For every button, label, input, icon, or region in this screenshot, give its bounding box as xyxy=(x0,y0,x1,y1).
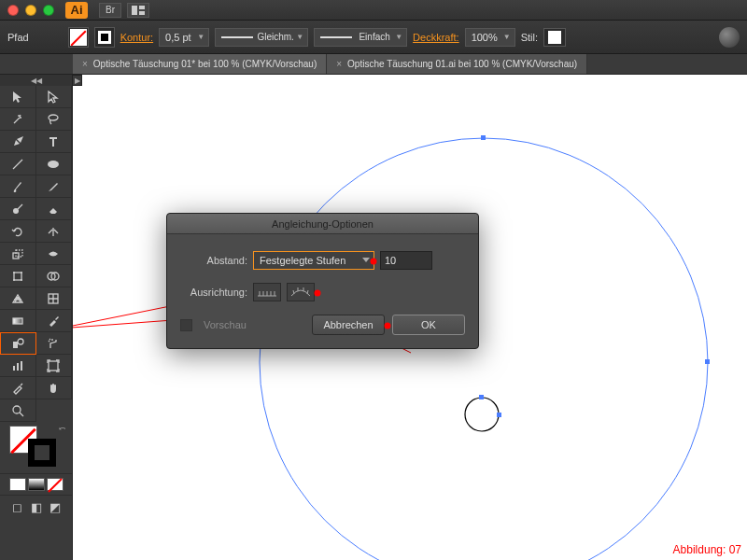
annotation-dot xyxy=(385,323,391,329)
arrange-documents-button[interactable] xyxy=(127,3,149,18)
annotation-dot xyxy=(371,259,377,265)
stroke-color-swatch[interactable] xyxy=(28,439,56,467)
align-to-page-button[interactable] xyxy=(253,283,281,301)
width-tool[interactable] xyxy=(36,243,73,265)
preview-checkbox[interactable] xyxy=(180,319,192,331)
fill-stroke-control[interactable]: ⤺ xyxy=(0,422,72,474)
symbol-sprayer-tool[interactable] xyxy=(36,332,73,355)
free-transform-tool[interactable] xyxy=(0,265,36,287)
blend-tool[interactable] xyxy=(0,332,36,355)
minimize-window-icon[interactable] xyxy=(25,5,36,16)
eraser-tool[interactable] xyxy=(36,198,73,220)
expand-panel-icon[interactable]: ▶ xyxy=(73,75,82,86)
svg-rect-16 xyxy=(13,318,22,324)
draw-behind-icon[interactable]: ◧ xyxy=(28,499,45,514)
tool-grid xyxy=(0,86,72,422)
swap-fill-stroke-icon[interactable]: ⤺ xyxy=(59,424,66,433)
preview-label: Vorschau xyxy=(204,319,247,330)
figure-caption: Abbildung: 07 xyxy=(673,543,741,556)
stroke-swatch[interactable] xyxy=(94,27,115,48)
fill-swatch[interactable] xyxy=(68,27,89,48)
blend-options-dialog: Angleichung-Optionen Abstand: Festgelegt… xyxy=(166,213,479,349)
scale-tool[interactable] xyxy=(0,243,36,265)
ok-button[interactable]: OK xyxy=(392,315,465,335)
shape-builder-tool[interactable] xyxy=(36,265,73,287)
document-tab-active[interactable]: ×Optische Täuschung 01* bei 100 % (CMYK/… xyxy=(73,54,327,74)
zoom-tool[interactable] xyxy=(0,399,36,422)
opacity-select[interactable]: 100% xyxy=(465,28,515,47)
paintbrush-tool[interactable] xyxy=(0,175,36,198)
svg-point-18 xyxy=(18,339,23,344)
mesh-tool[interactable] xyxy=(36,287,73,310)
perspective-grid-tool[interactable] xyxy=(0,287,36,310)
pen-tool[interactable] xyxy=(0,131,36,153)
document-tab[interactable]: ×Optische Täuschung 01.ai bei 100 % (CMY… xyxy=(327,54,587,74)
ok-label: OK xyxy=(421,319,436,330)
selection-tool[interactable] xyxy=(0,86,36,108)
style-label: Stil: xyxy=(521,32,538,43)
zoom-window-icon[interactable] xyxy=(43,5,54,16)
rotate-tool[interactable] xyxy=(0,220,36,243)
title-bar: Ai Br xyxy=(0,0,747,21)
orientation-label: Ausrichtung: xyxy=(180,287,247,298)
collapse-panel-icon[interactable]: ◀◀ xyxy=(0,75,72,86)
svg-point-9 xyxy=(13,272,15,273)
close-window-icon[interactable] xyxy=(7,5,19,16)
pencil-tool[interactable] xyxy=(36,175,73,198)
spacing-steps-input[interactable] xyxy=(380,251,432,270)
brush-definition-select[interactable]: Einfach xyxy=(314,28,407,47)
stroke-weight-select[interactable]: 0,5 pt xyxy=(159,28,209,47)
svg-rect-25 xyxy=(481,135,486,140)
lasso-tool[interactable] xyxy=(36,108,73,131)
app-logo: Ai xyxy=(65,2,88,19)
color-mode-solid[interactable] xyxy=(9,478,26,491)
column-graph-tool[interactable] xyxy=(0,355,36,377)
svg-point-27 xyxy=(465,398,499,431)
artboard-tool[interactable] xyxy=(36,355,73,377)
stroke-label[interactable]: Kontur: xyxy=(120,32,153,43)
direct-selection-tool[interactable] xyxy=(36,86,73,108)
svg-rect-0 xyxy=(132,6,137,15)
gradient-tool[interactable] xyxy=(0,310,36,332)
draw-normal-icon[interactable]: ◻ xyxy=(9,499,26,514)
svg-point-24 xyxy=(260,138,708,560)
blob-brush-tool[interactable] xyxy=(0,198,36,220)
document-tabs: ×Optische Täuschung 01* bei 100 % (CMYK/… xyxy=(0,54,747,75)
bridge-button[interactable]: Br xyxy=(99,3,121,18)
tab-label: Optische Täuschung 01* bei 100 % (CMYK/V… xyxy=(93,59,317,69)
ellipse-tool[interactable] xyxy=(36,153,73,175)
svg-rect-21 xyxy=(21,361,22,371)
tab-label: Optische Täuschung 01.ai bei 100 % (CMYK… xyxy=(347,59,577,69)
style-swatch[interactable] xyxy=(543,28,566,47)
color-mode-none[interactable] xyxy=(47,478,63,491)
close-tab-icon[interactable]: × xyxy=(336,59,342,69)
opacity-label[interactable]: Deckkraft: xyxy=(413,32,459,43)
svg-point-23 xyxy=(13,406,21,413)
svg-rect-19 xyxy=(13,366,15,371)
svg-point-11 xyxy=(13,279,15,281)
svg-rect-28 xyxy=(479,395,484,399)
draw-mode-row: ◻ ◧ ◩ xyxy=(0,496,72,518)
color-mode-row xyxy=(0,474,72,496)
svg-rect-17 xyxy=(13,342,18,348)
reflect-tool[interactable] xyxy=(36,220,73,243)
spacing-value: Festgelegte Stufen xyxy=(260,255,345,266)
variable-width-profile-select[interactable]: Gleichm. xyxy=(215,28,308,47)
css-inspector-icon[interactable] xyxy=(719,27,740,48)
close-tab-icon[interactable]: × xyxy=(82,59,88,69)
magic-wand-tool[interactable] xyxy=(0,108,36,131)
svg-rect-26 xyxy=(705,359,710,364)
slice-tool[interactable] xyxy=(0,377,36,399)
type-tool[interactable] xyxy=(36,131,73,153)
spacing-select[interactable]: Festgelegte Stufen xyxy=(253,251,374,270)
draw-inside-icon[interactable]: ◩ xyxy=(47,499,63,514)
eyedropper-tool[interactable] xyxy=(36,310,73,332)
svg-rect-20 xyxy=(17,363,19,371)
align-to-path-button[interactable] xyxy=(287,283,315,301)
hand-tool[interactable] xyxy=(36,377,73,399)
color-mode-gradient[interactable] xyxy=(28,478,45,491)
dialog-title: Angleichung-Optionen xyxy=(167,214,478,234)
control-bar: Pfad Kontur: 0,5 pt Gleichm. Einfach Dec… xyxy=(0,21,747,54)
line-tool[interactable] xyxy=(0,153,36,175)
cancel-button[interactable]: Abbrechen xyxy=(312,315,385,335)
